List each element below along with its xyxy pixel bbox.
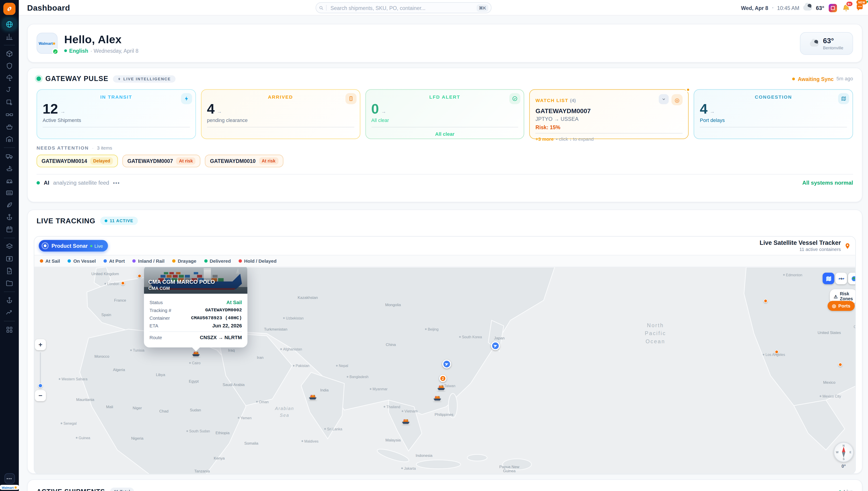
chat-launcher-button[interactable]: ••• <box>4 473 15 484</box>
sidebar-item-containers[interactable] <box>3 109 16 120</box>
attention-chip[interactable]: GATEWAYDM0014Delayed <box>37 154 118 167</box>
greeting-card: Walmart✱ ✓ Hello, Alex English · Wednesd… <box>27 24 863 62</box>
sidebar-item-port[interactable] <box>3 294 16 306</box>
sidebar: ••• Walmart✱ <box>0 0 19 491</box>
weather-widget[interactable]: 63° Bentonville <box>800 32 853 55</box>
needs-attention: NEEDS ATTENTION · 3 items GATEWAYDM0014D… <box>37 145 853 168</box>
chevron-down-icon <box>662 97 666 102</box>
sidebar-item-trends[interactable] <box>3 306 16 318</box>
zoom-in-button[interactable]: + <box>35 339 46 350</box>
vessel-tooltip[interactable]: CMA CGM MARCO POLO CMA CGM StatusAt Sail… <box>144 267 248 347</box>
notifications-button[interactable]: 9+ <box>841 3 851 12</box>
sidebar-divider <box>4 45 15 45</box>
watch-target-button[interactable]: ◎ <box>672 94 683 105</box>
sonar-live-label: Live <box>90 243 103 249</box>
compass[interactable]: NSWE <box>834 442 854 462</box>
avatar[interactable]: Walmart✱ ✓ <box>37 33 58 54</box>
zoom-out-button[interactable]: − <box>35 390 46 401</box>
sidebar-item-warehouse[interactable] <box>3 133 16 145</box>
kpi-value: 4 <box>207 102 215 116</box>
apps-store-button[interactable] <box>828 3 838 12</box>
ai-status-bar: AI analyzing satellite feed ••• All syst… <box>37 174 853 185</box>
sidebar-item-ferry[interactable] <box>3 163 16 174</box>
language-label[interactable]: English <box>69 47 88 53</box>
port-marker[interactable] <box>121 281 125 285</box>
sidebar-item-terminal[interactable] <box>3 187 16 198</box>
sidebar-item-umbrella[interactable] <box>3 72 16 84</box>
map-layer-globe-button[interactable] <box>848 273 856 284</box>
legend-item: At Port <box>103 258 125 264</box>
attention-chip[interactable]: GATEWAYDM0007At risk <box>122 154 200 167</box>
sidebar-item-leaf[interactable] <box>3 199 16 210</box>
kpi-congestion[interactable]: CONGESTION 4→ Port delays <box>694 89 853 139</box>
vessel-icon <box>5 123 13 130</box>
active-shipments-bar[interactable]: ACTIVE SHIPMENTS 11 Total Live <box>27 479 863 491</box>
kpi-in-transit[interactable]: IN TRANSIT 12→ Active Shipments <box>37 89 196 139</box>
port-marker[interactable] <box>764 299 767 303</box>
main-content: Walmart✱ ✓ Hello, Alex English · Wednesd… <box>19 16 868 491</box>
expand-chevron-button[interactable] <box>659 94 669 104</box>
sidebar-item-documents[interactable] <box>3 265 16 277</box>
vessel-marker[interactable] <box>442 359 451 368</box>
port-marker[interactable] <box>775 350 778 354</box>
kpi-arrived[interactable]: ARRIVED 4→ pending clearance <box>201 89 360 139</box>
product-sonar-toggle[interactable]: Product Sonar Live <box>39 240 108 251</box>
tooltip-container: CMAU5678923 (40HC) <box>191 315 242 321</box>
sidebar-item-layers[interactable] <box>3 240 16 252</box>
legend-item: At Sail <box>40 258 60 264</box>
sidebar-item-drayage[interactable] <box>3 174 16 186</box>
building-chip-icon <box>345 93 356 104</box>
sidebar-item-folder[interactable] <box>3 277 16 288</box>
status-badge: At risk <box>259 157 278 165</box>
total-badge: 11 Total <box>110 488 134 491</box>
messages-button[interactable]: NEW <box>855 3 864 12</box>
ship-marker[interactable] <box>402 417 410 427</box>
weather-city: Bentonville <box>823 46 843 51</box>
kpi-lfd-alert[interactable]: LFD ALERT 0→ All clear All clear <box>365 89 524 139</box>
map-layer-default-button[interactable] <box>823 273 834 284</box>
live-intelligence-badge: LIVE INTELLIGENCE <box>113 75 175 82</box>
world-map[interactable]: United KingdomLondonFranceSpainMoroccoTu… <box>34 267 856 474</box>
attention-chip[interactable]: GATEWAYDM0010At risk <box>205 154 283 167</box>
sidebar-item-box-add[interactable] <box>3 96 16 108</box>
legend-dot <box>103 259 107 263</box>
search-input[interactable] <box>329 4 477 11</box>
ship-marker[interactable] <box>433 394 441 403</box>
sidebar-item-calendar[interactable] <box>3 223 16 235</box>
map-layer-satellite-button[interactable] <box>835 273 847 284</box>
watch-shipment-id[interactable]: GATEWAYDM0007 <box>535 108 683 114</box>
pulse-title: GATEWAY PULSE <box>45 75 108 83</box>
cargo-ship-icon <box>437 385 445 391</box>
sidebar-item-analytics[interactable] <box>3 31 16 42</box>
cargo-ship-icon <box>433 395 441 401</box>
sidebar-item-hook[interactable] <box>3 84 16 96</box>
vessel-marker[interactable] <box>491 341 500 350</box>
sidebar-item-anchor[interactable] <box>3 211 16 223</box>
port-marker[interactable] <box>138 274 142 278</box>
sidebar-item-packages[interactable] <box>3 48 16 59</box>
watch-more[interactable]: +3 more <box>535 136 554 142</box>
app-logo[interactable] <box>3 3 16 15</box>
zoom-slider-track[interactable] <box>40 352 41 388</box>
legend-dot <box>68 259 71 263</box>
hook-icon <box>5 86 13 94</box>
port-marker[interactable] <box>838 363 842 367</box>
kpi-subtitle: Active Shipments <box>43 117 190 123</box>
globe-icon <box>850 275 856 282</box>
search-box[interactable]: ⌘K <box>315 2 492 13</box>
sidebar-item-billing[interactable] <box>3 253 16 264</box>
live-tracking-card: LIVE TRACKING 11 ACTIVE Product Sonar Li… <box>27 209 863 474</box>
ship-marker[interactable] <box>309 392 317 402</box>
sidebar-item-vessel[interactable] <box>3 121 16 133</box>
sidebar-item-globe[interactable] <box>3 18 16 30</box>
cluster-marker[interactable]: 2 <box>439 375 446 382</box>
sidebar-item-apps[interactable] <box>3 323 16 335</box>
map-legend: At SailOn VesselAt PortInland / RailDray… <box>34 255 855 267</box>
zoom-slider-knob[interactable] <box>38 383 43 388</box>
sidebar-item-shield[interactable] <box>3 60 16 71</box>
ship-marker[interactable] <box>437 383 445 393</box>
sidebar-item-truck[interactable] <box>3 150 16 162</box>
umbrella-icon <box>5 74 13 82</box>
kpi-watch-list[interactable]: WATCH LIST(4) ◎ GATEWAYDM0007 JPTYO → US… <box>529 89 689 139</box>
ports-button[interactable]: ◎Ports <box>828 301 855 311</box>
